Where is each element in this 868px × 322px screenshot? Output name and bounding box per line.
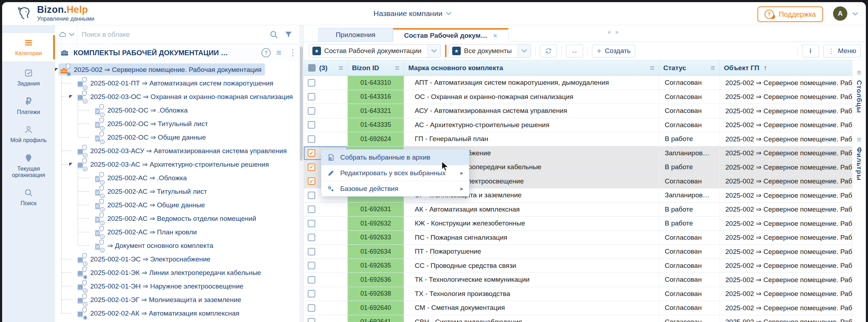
tree-node[interactable]: 2025-002-01-ЭК ⇒ Линии электропередачи к… [55, 266, 303, 279]
tree-node[interactable]: 2025-002-03-ОС ⇒ Охранная и охранно-пожа… [55, 90, 303, 103]
info-button[interactable]: i [802, 45, 819, 57]
table-row[interactable]: 01-643316ОС - Охранная и охранно-пожарна… [304, 90, 852, 104]
context-menu-item[interactable]: Редактировать у всех выбранных▸ [321, 165, 469, 181]
row-checkbox[interactable] [308, 248, 315, 255]
row-checkbox[interactable] [308, 93, 315, 100]
select-all-checkbox[interactable] [308, 64, 316, 72]
table-row[interactable]: 01-692638ТХ - Технология производстваСог… [304, 287, 852, 301]
user-menu-chevron-icon[interactable] [852, 12, 858, 16]
row-checkbox[interactable]: ✓ [308, 177, 315, 185]
row-checkbox[interactable] [308, 121, 315, 129]
tree-node[interactable]: 2025-002-ОС ⇒ Титульный лист [55, 117, 303, 130]
tree-node[interactable]: ⇒ Документ основного комплекта [55, 239, 303, 252]
row-checkbox[interactable] [308, 135, 315, 143]
filter-icon[interactable] [284, 30, 293, 39]
column-menu-icon[interactable]: ≡ [710, 64, 715, 72]
column-menu-icon[interactable]: ≡ [338, 64, 343, 72]
context-menu-item[interactable]: Базовые действия▸ [321, 181, 469, 196]
tree-menu-icon[interactable]: ≡ [275, 48, 283, 57]
row-checkbox[interactable] [308, 276, 315, 284]
create-button[interactable]: + Создать [592, 45, 635, 57]
tree-node[interactable]: 2025-002-03-АСУ ⇒ Автоматизированная сис… [55, 144, 303, 157]
tree-node[interactable]: 2025-002-02-АК ⇒ Автоматизация комплексн… [55, 306, 303, 320]
tree-more-icon[interactable]: ⋮ [287, 48, 298, 57]
tree-node[interactable]: 2025-002-АС ⇒ План кровли [55, 225, 303, 239]
row-checkbox[interactable]: ✓ [308, 149, 315, 157]
menu-button[interactable]: ⋮ Меню [823, 45, 861, 57]
row-checkbox[interactable] [308, 206, 315, 213]
panel-collapse-arrows[interactable]: « » [608, 29, 620, 35]
tree-node[interactable]: 2025-002-03-АС ⇒ Архитектурно-строительн… [55, 157, 303, 171]
tree-node[interactable]: 2025-002-АС ⇒ Общие данные [55, 198, 303, 212]
row-checkbox[interactable] [308, 304, 315, 312]
columns-vertical-tab[interactable]: ≡ Столбцы [855, 69, 863, 113]
row-checkbox[interactable] [308, 262, 315, 269]
sort-ascending-icon[interactable]: ↑ [764, 64, 767, 72]
expand-width-button[interactable]: ↔ [566, 45, 583, 57]
tree-expander-icon[interactable] [69, 163, 72, 166]
cloud-source-selector[interactable] [55, 25, 77, 44]
sidebar-item-ruble[interactable]: ₽Платежи [2, 92, 55, 120]
table-row[interactable]: 01-692633ПС - Пожарная сигнализацияСогла… [304, 231, 852, 245]
table-row[interactable]: 01-692636ТК - Технологические коммуникац… [304, 273, 852, 287]
table-row[interactable]: 01-692634ПТ - ПожаротушениеСогласован202… [304, 245, 852, 259]
refresh-button[interactable] [540, 45, 557, 57]
table-row[interactable]: 01-692640СМ - Сметная документацияСоглас… [304, 301, 852, 315]
row-checkbox[interactable] [308, 107, 315, 115]
help-icon[interactable]: ? [261, 48, 271, 57]
column-menu-icon[interactable]: ≡ [650, 64, 654, 72]
tree-node[interactable]: 2025-002-ОС ⇒ .Обложка [55, 103, 303, 117]
sidebar-item-tasks[interactable]: Задания [2, 63, 55, 92]
table-row[interactable]: 01-643335АС - Архитектурно-строительные … [304, 118, 852, 133]
tree-node[interactable]: 2025-002-01-ЭН ⇒ Наружное электроосвещен… [55, 279, 303, 293]
table-row[interactable]: 01-692632КЖ - Конструкции железобетонные… [304, 217, 852, 231]
sidebar-item-categories[interactable]: Категории [2, 33, 55, 61]
row-checkbox[interactable] [308, 290, 315, 297]
tab-working-docs[interactable]: Состав Рабочей докум… × [393, 28, 509, 42]
tab-close-icon[interactable]: × [493, 31, 497, 40]
tree-node[interactable]: 2025-002-01-ЭГ ⇒ Молниезащита и заземлен… [55, 293, 303, 306]
context-menu-item[interactable]: Собрать выбранные в архив [321, 150, 469, 165]
tree-node[interactable]: 2025-002-01-ПТ ⇒ Автоматизация систем по… [55, 76, 303, 90]
company-selector[interactable]: Название компании [373, 9, 451, 18]
avatar[interactable]: A [833, 6, 847, 21]
sidebar-item-profile[interactable]: Мой профиль [2, 120, 55, 148]
row-checkbox[interactable] [308, 234, 315, 241]
row-checkbox[interactable]: ✓ [308, 163, 315, 171]
tree-expander-icon[interactable] [69, 95, 72, 98]
table-row[interactable]: 01-643310АПТ - Автоматизация систем пожа… [304, 76, 852, 90]
row-checkbox[interactable] [308, 192, 315, 199]
column-title: Марка основного комплекта [408, 64, 503, 72]
tree-node[interactable]: 2025-002-01-ЭС ⇒ Электроснабжение [55, 252, 303, 266]
table-row[interactable]: 01-692641СВН - Система видеонаблюденияСо… [304, 315, 852, 322]
tree-node[interactable]: 2025-002-АС ⇒ .Обложка [55, 171, 303, 185]
search-icon[interactable] [269, 30, 279, 39]
sidebar-item-search[interactable]: Поиск [2, 183, 55, 211]
header-bizon-id[interactable]: Bizon ID ≡ [348, 60, 404, 76]
sidebar-item-pin[interactable]: Текущая организация [2, 149, 55, 183]
tree-node[interactable]: 2025-002-ОС ⇒ Общие данные [55, 130, 303, 144]
column-menu-icon[interactable]: ≡ [395, 64, 399, 72]
header-mark[interactable]: Марка основного комплекта ≡ [404, 60, 659, 76]
tree-scrollbar-thumb[interactable] [300, 47, 303, 161]
table-row[interactable]: 01-692631АК - Автоматизация комплекснаяВ… [304, 203, 852, 217]
tree-node[interactable]: 2025-002-АС ⇒ Титульный лист [55, 185, 303, 198]
tree-node[interactable]: 2025-002-АС ⇒ Ведомость отделки помещени… [55, 212, 303, 225]
table-row[interactable]: 01-692624ГП - Генеральный планВ работе20… [304, 132, 852, 146]
table-row[interactable]: 01-643321АСУ - Автоматизированная систем… [304, 104, 852, 118]
header-object[interactable]: Объект ГП ↑ [720, 60, 852, 76]
cloud-search-input[interactable]: Поиск в облаке [77, 30, 303, 39]
table-row[interactable]: 01-692635СС - Проводные средства связиСо… [304, 259, 852, 273]
tab-applications[interactable]: Приложения [318, 28, 393, 42]
row-checkbox[interactable] [308, 79, 315, 87]
filters-vertical-tab[interactable]: ≡ Фильтры [855, 136, 863, 181]
support-button[interactable]: ? Поддержка [757, 6, 823, 22]
bizon-id-value: 01-643310 [348, 76, 404, 90]
row-checkbox[interactable] [308, 220, 315, 227]
document-filter-select[interactable]: ★ Все документы [449, 44, 531, 58]
tree-expander-icon[interactable] [55, 68, 58, 71]
view-select[interactable]: ★ Состав Рабочей документации [309, 44, 441, 58]
header-status[interactable]: Статус ≡ [659, 60, 720, 76]
tree-node[interactable]: 2025-002 ⇒ Серверное помещение. Рабочая … [55, 63, 303, 76]
row-checkbox[interactable] [308, 318, 315, 322]
